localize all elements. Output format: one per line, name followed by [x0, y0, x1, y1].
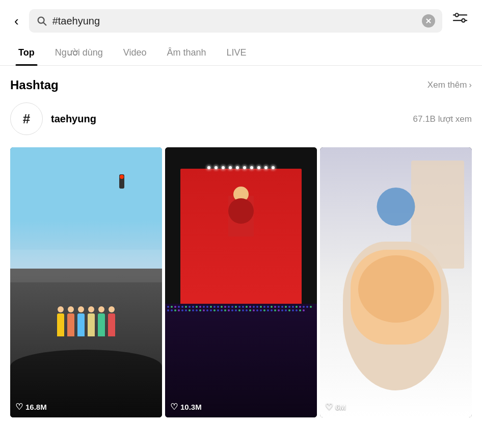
search-icon: [36, 15, 47, 27]
filter-button[interactable]: [448, 10, 472, 32]
hashtag-avatar: #: [10, 102, 43, 135]
likes-count-2: 10.3M: [180, 403, 202, 411]
tab-bar: Top Người dùng Video Âm thanh LIVE: [0, 40, 482, 66]
section-title: Hashtag: [10, 78, 59, 92]
likes-count-1: 16.8M: [25, 403, 47, 411]
search-bar[interactable]: #taehyung: [29, 9, 442, 33]
tab-live[interactable]: LIVE: [216, 40, 256, 65]
tab-top[interactable]: Top: [8, 40, 45, 65]
back-button[interactable]: ‹: [10, 11, 23, 31]
tab-am-thanh[interactable]: Âm thanh: [156, 40, 216, 65]
video-likes-1: ♡ 16.8M: [15, 402, 47, 412]
tab-nguoi-dung[interactable]: Người dùng: [45, 40, 113, 65]
video-grid: ♡ 16.8M: [10, 147, 472, 417]
tab-video[interactable]: Video: [113, 40, 157, 65]
hashtag-views: 67.1B lượt xem: [413, 114, 472, 124]
video-thumb-3[interactable]: ♡ 6M: [320, 147, 472, 417]
header: ‹ #taehyung: [0, 0, 482, 40]
video-thumb-2[interactable]: ♡ 10.3M: [165, 147, 317, 417]
video-likes-2: ♡ 10.3M: [170, 402, 202, 412]
see-more-label: Xem thêm: [427, 80, 467, 90]
see-more-button[interactable]: Xem thêm ›: [427, 80, 472, 90]
clear-search-button[interactable]: [422, 14, 435, 28]
heart-icon-3: ♡: [325, 402, 333, 412]
chevron-right-icon: ›: [469, 80, 472, 90]
video-thumb-1[interactable]: ♡ 16.8M: [10, 147, 162, 417]
filter-icon: [452, 12, 468, 27]
hashtag-row[interactable]: # taehyung 67.1B lượt xem: [10, 102, 472, 135]
main-content: Hashtag Xem thêm › # taehyung 67.1B lượt…: [0, 66, 482, 417]
hashtag-name: taehyung: [51, 113, 405, 125]
video-likes-3: ♡ 6M: [325, 402, 346, 412]
svg-line-1: [43, 22, 46, 25]
search-query-text: #taehyung: [52, 15, 417, 27]
heart-icon-2: ♡: [170, 402, 178, 412]
heart-icon-1: ♡: [15, 402, 23, 412]
svg-point-5: [462, 19, 465, 22]
likes-count-3: 6M: [335, 403, 346, 411]
svg-point-3: [455, 13, 458, 16]
hashtag-symbol: #: [23, 111, 30, 127]
hashtag-section-header: Hashtag Xem thêm ›: [10, 78, 472, 92]
